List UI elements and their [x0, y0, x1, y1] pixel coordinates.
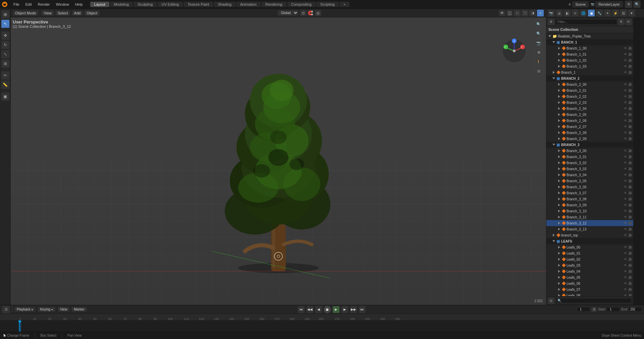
branch-2-09[interactable]: Branch_2_09 👁 🎥 [546, 136, 633, 142]
branch-1-01[interactable]: Branch_1_01 👁 🎥 [546, 51, 633, 57]
b102-eye[interactable]: 👁 [623, 59, 627, 62]
branch-1-03[interactable]: Branch_1_03 👁 🎥 [546, 63, 633, 69]
collection-leafs[interactable]: ▣ LEAFS [546, 238, 633, 244]
branch-2-06[interactable]: Branch_2_06 👁 🎥 [546, 118, 633, 124]
playback-btn[interactable]: Playback [14, 307, 36, 312]
prop-view-layer[interactable]: ◧ [564, 9, 571, 17]
cursor-tool[interactable]: ⊕ [1, 10, 10, 19]
branch-2-04[interactable]: Branch_2_04 👁 🎥 [546, 106, 633, 112]
sync-btn[interactable]: ⟳ [625, 18, 632, 25]
leafs-08[interactable]: Leafs_08 👁 🎥 [546, 292, 633, 296]
search-icon-top[interactable]: 🔍 [633, 1, 641, 8]
timeline-track-area[interactable]: 1 10 20 30 40 50 60 70 80 90 100 110 120… [0, 314, 644, 332]
stop-btn[interactable]: ⏹ [324, 306, 331, 313]
tab-add[interactable]: + [339, 2, 350, 7]
tab-layout[interactable]: Layout [90, 2, 109, 7]
sort-btn[interactable]: ⇅ [618, 18, 625, 25]
object-mode-btn[interactable]: Object Mode [13, 10, 38, 16]
outliner-search[interactable] [555, 19, 617, 25]
scene-name[interactable]: Scene [572, 1, 589, 7]
branch-2-01[interactable]: Branch_2_01 👁 🎥 [546, 87, 633, 93]
play-btn[interactable]: ▶ [332, 306, 340, 313]
tab-modeling[interactable]: Modeling [110, 2, 133, 7]
branch-3-11[interactable]: Branch_3_11 👁 🎥 [546, 214, 633, 220]
zoom-out-btn[interactable]: 🔍 [535, 29, 543, 38]
b100-cam[interactable]: 🎥 [628, 47, 632, 50]
timeline-tracks[interactable] [0, 321, 644, 332]
blender-logo[interactable] [0, 0, 9, 9]
filter-btn[interactable]: ⚙ [548, 18, 554, 25]
walk-btn[interactable]: 🚶 [535, 58, 543, 66]
add-menu[interactable]: Add [72, 10, 83, 16]
prop-modifier[interactable]: 🔧 [596, 9, 603, 17]
snap-btn[interactable]: 🧲 [307, 10, 314, 16]
menu-help[interactable]: Help [72, 2, 86, 7]
branch-3-13[interactable]: Branch_3_13 👁 🎥 [546, 226, 633, 232]
prev-frame-btn[interactable]: ◀ [315, 306, 322, 313]
b103-cam[interactable]: 🎥 [628, 65, 632, 68]
collection-banch1[interactable]: ▣ BANCH_1 [546, 39, 633, 45]
outliner-footer-search[interactable] [556, 298, 632, 303]
prop-physics[interactable]: ⚡ [612, 9, 619, 17]
frame-all-btn[interactable]: ⊞ [535, 48, 543, 56]
branch-2-03[interactable]: Branch_2_03 👁 🎥 [546, 99, 633, 106]
pivot-btn[interactable]: ⊙ [300, 10, 307, 16]
leafs-00[interactable]: Leafs_00 👁 🎥 [546, 244, 633, 250]
branch-3-07[interactable]: Branch_3_07 👁 🎥 [546, 190, 633, 196]
next-frame-btn[interactable]: ▶ [341, 306, 348, 313]
annotate-tool[interactable]: ✏ [1, 71, 10, 80]
branch-2-07[interactable]: Branch_2_07 👁 🎥 [546, 124, 633, 130]
leafs-03[interactable]: Leafs_03 👁 🎥 [546, 262, 633, 268]
branch-2-05[interactable]: Branch_2_05 👁 🎥 [546, 112, 633, 118]
material-btn[interactable]: ◑ [529, 9, 536, 17]
prop-scene[interactable]: ⛭ [572, 9, 579, 17]
tab-uv-editing[interactable]: UV Editing [157, 2, 183, 7]
move-tool[interactable]: ✥ [1, 31, 10, 40]
view-menu[interactable]: View [41, 10, 54, 16]
prop-render[interactable]: 📷 [547, 9, 555, 17]
tab-compositing[interactable]: Compositing [287, 2, 316, 7]
rotate-tool[interactable]: ↻ [1, 41, 10, 49]
leafs-01[interactable]: Leafs_01 👁 🎥 [546, 250, 633, 256]
global-select[interactable]: Global [277, 10, 299, 16]
jump-start-btn[interactable]: ⏮ [298, 306, 305, 313]
prop-output[interactable]: 🖨 [555, 9, 563, 17]
branch-3-03[interactable]: Branch_3_03 👁 🎥 [546, 166, 633, 172]
solid-btn[interactable]: ⬛ [521, 9, 529, 17]
select-menu[interactable]: Select [55, 10, 70, 16]
branch-3-00[interactable]: Branch_3_00 👁 🎥 [546, 148, 633, 154]
viewport-canvas[interactable]: User Perspective (1) Scene Collection | … [11, 17, 546, 305]
measure-tool[interactable]: 📏 [1, 80, 10, 89]
tab-animation[interactable]: Animation [236, 2, 261, 7]
frame-timer-icon[interactable]: ⏱ [591, 307, 597, 312]
scale-tool[interactable]: ⤡ [1, 50, 10, 59]
leafs-02[interactable]: Leafs_02 👁 🎥 [546, 256, 633, 262]
tab-texture-paint[interactable]: Texture Paint [183, 2, 213, 7]
branch-top[interactable]: branch_top 👁 🎥 [546, 232, 633, 238]
branch-2-00[interactable]: Branch_2_00 👁 🎥 [546, 81, 633, 87]
timeline-menu-icon[interactable]: ☰ [2, 306, 10, 313]
prop-object[interactable]: ▣ [588, 9, 595, 17]
branch-3-08[interactable]: Branch_3_08 👁 🎥 [546, 196, 633, 202]
leafs-05[interactable]: Leafs_05 👁 🎥 [546, 274, 633, 280]
jump-end-btn[interactable]: ⏭ [359, 306, 366, 313]
leafs-07[interactable]: Leafs_07 👁 🎥 [546, 286, 633, 292]
collection-branch3[interactable]: ▣ BRANCH_3 [546, 142, 633, 148]
marker-btn[interactable]: Marker [71, 307, 87, 312]
outliner-content[interactable]: 📁 Realistic_Poplar_Tree ▣ BANCH_1 Branch… [546, 33, 633, 296]
collection-branch2[interactable]: ▣ BRANCH_2 [546, 75, 633, 81]
tab-sculpting[interactable]: Sculpting [133, 2, 157, 7]
branch-3-04[interactable]: Branch_3_04 👁 🎥 [546, 172, 633, 178]
xray-btn[interactable]: ◫ [506, 10, 513, 16]
outliner-footer-icon[interactable]: ⊟ [548, 297, 554, 304]
proportional-btn[interactable]: ◎ [315, 10, 321, 16]
leafs-04[interactable]: Leafs_04 👁 🎥 [546, 268, 633, 274]
keying-btn[interactable]: Keying [38, 307, 55, 312]
leafs-06[interactable]: Leafs_06 👁 🎥 [546, 280, 633, 286]
camera-view-btn[interactable]: 📷 [535, 39, 543, 47]
rendered-btn[interactable]: ● [537, 9, 544, 17]
branch-1-00[interactable]: Branch_1_00 👁 🎥 [546, 45, 633, 51]
wireframe-btn[interactable]: ◻ [514, 9, 521, 17]
transform-tool[interactable]: ⊞ [1, 59, 10, 68]
b103-eye[interactable]: 👁 [623, 65, 627, 68]
